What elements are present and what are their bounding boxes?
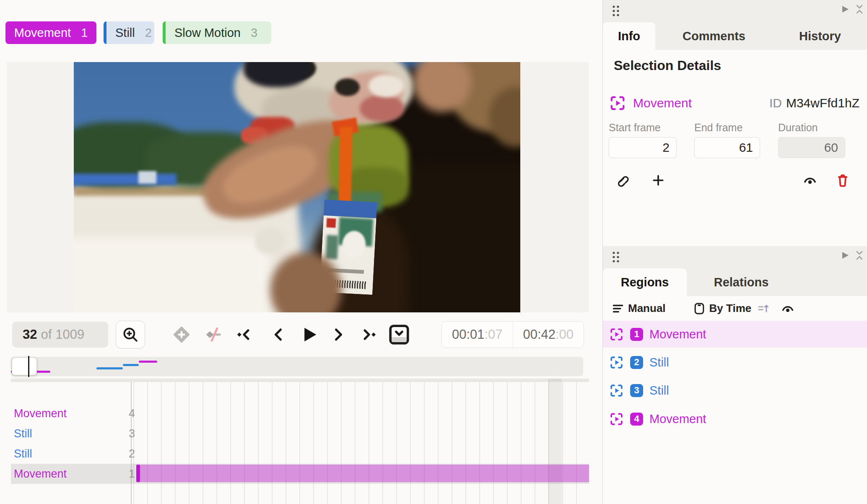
track-label: Still	[14, 427, 32, 440]
total-time-main: 00:42	[523, 327, 556, 342]
timeline: Movement 4 Still 3 Still 2 Movement 1	[0, 379, 602, 504]
sort-by-time-button[interactable]: By Time	[693, 302, 752, 315]
tab-regions[interactable]: Regions	[603, 268, 687, 296]
track-label: Movement	[14, 407, 67, 420]
add-keypoint-button[interactable]	[171, 324, 192, 345]
label-color-bar	[104, 21, 106, 44]
duration-value: 60	[824, 140, 838, 155]
collapse-box-icon	[388, 324, 410, 346]
minimap-viewport-window[interactable]	[12, 357, 37, 375]
label-chip-still[interactable]: Still 2	[104, 21, 154, 44]
manual-order-icon	[612, 303, 624, 314]
next-frame-button[interactable]	[328, 324, 349, 345]
delete-region-trash-icon[interactable]	[833, 170, 853, 190]
video-region-icon	[610, 412, 623, 426]
prev-frame-button[interactable]	[267, 324, 288, 345]
region-list-item-3[interactable]: 3 Still	[603, 377, 867, 404]
label-chip-slow-motion[interactable]: Slow Motion 3	[163, 21, 271, 44]
panel-collapse-icon[interactable]	[855, 3, 864, 16]
next-keypoint-button[interactable]	[359, 324, 380, 345]
video-scene-shape	[369, 75, 404, 97]
region-list-item-2[interactable]: 2 Still	[603, 349, 867, 376]
duration-input: 60	[778, 137, 845, 158]
selection-details-heading: Selection Details	[614, 58, 721, 73]
region-item-label: Still	[649, 384, 669, 397]
video-scene-shape	[335, 78, 360, 96]
drag-handle-icon[interactable]	[611, 250, 622, 264]
track-row-movement-4[interactable]: Movement 4	[11, 403, 589, 423]
timeline-zoom-button[interactable]	[116, 321, 145, 348]
video-scene-shape	[74, 174, 177, 185]
label-chip-text: Movement	[14, 26, 71, 40]
video-scene-shape	[326, 218, 336, 228]
panel-detach-icon[interactable]	[841, 250, 850, 260]
video-scene-shape	[254, 227, 286, 255]
track-number: 1	[110, 468, 135, 481]
total-frames: 1009	[55, 327, 84, 342]
timeline-collapse-button[interactable]	[387, 323, 411, 346]
regions-panel-tabs: Regions Relations	[603, 268, 867, 296]
link-button[interactable]	[612, 170, 632, 190]
region-list-item-4[interactable]: 4 Movement	[603, 405, 867, 432]
end-frame-label: End frame	[694, 122, 760, 134]
panel-detach-icon[interactable]	[841, 4, 850, 14]
group-manual-label: Manual	[628, 302, 666, 315]
video-frame[interactable]	[74, 62, 520, 312]
tab-comments[interactable]: Comments	[655, 22, 773, 50]
label-chip-text: Still	[115, 26, 135, 40]
region-number-badge: 4	[630, 413, 643, 426]
toggle-interpolation-button[interactable]	[203, 324, 224, 345]
region-start-keypoint[interactable]	[136, 465, 140, 482]
panel-collapse-icon[interactable]	[855, 249, 864, 262]
region-number-badge: 3	[630, 384, 643, 397]
frame-counter[interactable]: 32 of 1009	[12, 322, 108, 348]
tab-info[interactable]: Info	[603, 22, 655, 50]
track-row-still-3[interactable]: Still 3	[11, 423, 589, 444]
duration-label: Duration	[778, 122, 845, 134]
tab-relations[interactable]: Relations	[687, 268, 796, 296]
video-scene-shape	[360, 95, 405, 122]
video-scene-shape	[74, 237, 270, 312]
region-visibility-eye-icon[interactable]	[800, 170, 820, 190]
track-row-still-2[interactable]: Still 2	[11, 444, 589, 464]
video-scene-shape	[326, 235, 339, 260]
keypoint-add-icon	[172, 325, 191, 344]
label-chip-hotkey: 3	[251, 26, 257, 40]
region-number-badge: 2	[630, 356, 643, 369]
current-time[interactable]: 00:01 :07	[442, 322, 513, 348]
add-relation-button[interactable]	[648, 170, 668, 190]
info-panel-tabs: Info Comments History	[603, 22, 867, 50]
end-frame-input[interactable]: 61	[694, 137, 760, 158]
start-frame-label: Start frame	[609, 122, 677, 134]
region-bar-movement-1[interactable]	[136, 465, 589, 482]
video-labeling-app: Movement 1 Still 2 Slow Motion 3	[0, 0, 867, 504]
prev-keypoint-button[interactable]	[233, 324, 254, 345]
info-panel-header	[603, 0, 867, 22]
next-keypoint-icon	[361, 325, 379, 344]
all-regions-visibility-eye-icon[interactable]	[781, 301, 795, 316]
video-region-icon	[610, 95, 626, 111]
minimap-playhead[interactable]	[28, 356, 29, 377]
total-time-frames: :00	[556, 327, 574, 342]
label-chip-movement[interactable]: Movement 1	[5, 21, 96, 44]
video-scene-shape	[138, 171, 156, 184]
chevron-left-icon	[269, 325, 287, 344]
sort-ascending-icon[interactable]	[757, 302, 770, 315]
tab-history[interactable]: History	[773, 22, 867, 50]
group-manual-button[interactable]: Manual	[612, 302, 666, 315]
frame-card-icon	[693, 302, 705, 315]
current-time-frames: :07	[484, 327, 502, 342]
right-sidebar: Info Comments History Selection Details	[602, 0, 867, 504]
play-button[interactable]	[299, 324, 319, 345]
video-region-icon	[610, 356, 623, 369]
region-list-item-1[interactable]: 1 Movement	[603, 321, 867, 348]
label-chip-text: Slow Motion	[174, 26, 241, 40]
drag-handle-icon[interactable]	[611, 4, 622, 18]
start-frame-input[interactable]: 2	[609, 137, 677, 158]
video-scene-shape	[338, 127, 352, 210]
region-item-label: Movement	[649, 327, 706, 341]
timeline-minimap[interactable]	[11, 357, 583, 376]
region-item-label: Movement	[649, 412, 706, 426]
player-controls: 32 of 1009	[0, 321, 602, 348]
start-frame-field: Start frame 2	[609, 122, 677, 158]
